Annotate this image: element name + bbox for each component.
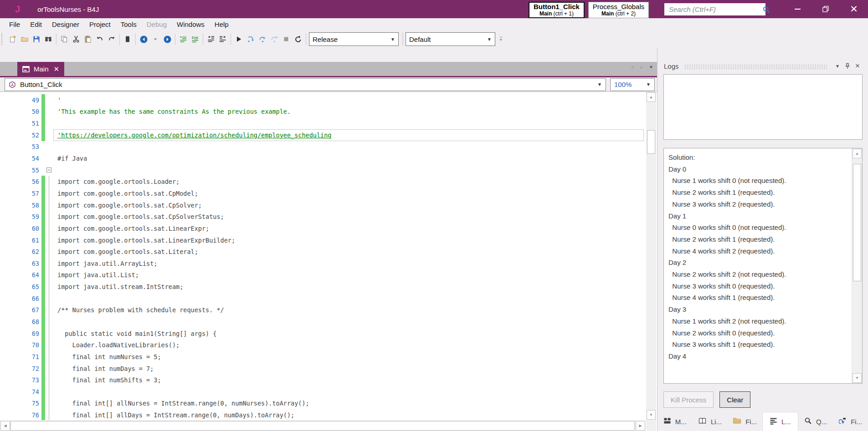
log-output-box[interactable]: [663, 74, 863, 140]
line-number[interactable]: 65: [0, 281, 41, 293]
panel-drag-handle[interactable]: [684, 64, 827, 70]
bookmark-icon[interactable]: [122, 33, 134, 45]
restore-button[interactable]: [812, 0, 840, 18]
menu-windows[interactable]: Windows: [172, 20, 210, 29]
line-number[interactable]: 73: [0, 374, 41, 386]
line-number[interactable]: 76: [0, 409, 41, 420]
line-number[interactable]: 60: [0, 223, 41, 234]
line-number[interactable]: 55: [0, 164, 41, 176]
indent-icon[interactable]: [217, 33, 229, 45]
search-input[interactable]: [664, 5, 762, 13]
zoom-level-combo[interactable]: 100% ▼: [610, 78, 655, 91]
line-number[interactable]: 53: [0, 141, 41, 153]
line-number[interactable]: 68: [0, 316, 41, 328]
line-number[interactable]: 52: [0, 129, 41, 141]
rebuild-icon[interactable]: [292, 33, 304, 45]
minimize-button[interactable]: [783, 0, 812, 18]
clear-button[interactable]: Clear: [719, 391, 750, 408]
scroll-left-icon[interactable]: ◀: [0, 421, 10, 431]
scroll-right-icon[interactable]: ▶: [636, 421, 645, 431]
step-into-icon[interactable]: [245, 33, 257, 45]
tab-modules[interactable]: M...: [657, 412, 693, 431]
quick-tab-button1_click[interactable]: Button1_ClickMain (ctrl + 1): [529, 2, 585, 18]
line-number[interactable]: 59: [0, 211, 41, 223]
close-button[interactable]: ✕: [840, 0, 868, 18]
code-area[interactable]: 49'50'This example has the same constrai…: [0, 92, 646, 420]
back-menu-icon[interactable]: [149, 33, 161, 45]
line-number[interactable]: 54: [0, 152, 41, 164]
forward-icon[interactable]: [161, 33, 173, 45]
toolbar-overflow-button[interactable]: ▾: [500, 37, 502, 42]
tab-main[interactable]: Main ✕: [17, 62, 64, 76]
line-number[interactable]: 56: [0, 176, 41, 188]
line-number[interactable]: 71: [0, 351, 41, 363]
paste-icon[interactable]: [82, 33, 94, 45]
menu-debug[interactable]: Debug: [142, 20, 172, 29]
scroll-up-icon[interactable]: ▲: [647, 92, 656, 102]
menu-designer[interactable]: Designer: [47, 20, 84, 29]
tab-quick-search[interactable]: Q...: [798, 412, 833, 431]
sub-selector-combo[interactable]: Button1_Click ▼: [5, 78, 606, 91]
copy-icon[interactable]: [58, 33, 70, 45]
save-icon[interactable]: [31, 33, 42, 45]
quick-tab-process_globals[interactable]: Process_GlobalsMain (ctrl + 2): [588, 2, 649, 18]
line-number[interactable]: 51: [0, 117, 41, 129]
pin-icon[interactable]: [842, 63, 853, 69]
vertical-scroll-thumb[interactable]: [853, 164, 861, 281]
outdent-icon[interactable]: [205, 33, 217, 45]
line-number[interactable]: 57: [0, 188, 41, 199]
tab-find-references[interactable]: Fi...: [833, 412, 868, 431]
line-number[interactable]: 74: [0, 386, 41, 398]
line-number[interactable]: 70: [0, 339, 41, 351]
undo-icon[interactable]: [94, 33, 106, 45]
line-number[interactable]: 72: [0, 363, 41, 375]
line-number[interactable]: 75: [0, 398, 41, 410]
uncomment-icon[interactable]: [189, 33, 201, 45]
step-over-icon[interactable]: [257, 33, 268, 45]
scroll-up-icon[interactable]: ▲: [853, 149, 862, 158]
menu-file[interactable]: File: [4, 20, 25, 29]
menu-help[interactable]: Help: [210, 20, 234, 29]
redo-icon[interactable]: [106, 33, 118, 45]
chevron-down-icon[interactable]: ▾: [832, 63, 842, 69]
kill-process-button[interactable]: Kill Process: [663, 391, 714, 408]
scroll-down-icon[interactable]: ▼: [853, 373, 862, 383]
cut-icon[interactable]: [70, 33, 82, 45]
toolbar-grip-handle[interactable]: [1, 33, 7, 45]
close-tab-icon[interactable]: ✕: [54, 65, 60, 73]
line-number[interactable]: 49: [0, 94, 41, 106]
vertical-scroll-thumb[interactable]: [647, 130, 655, 154]
line-number[interactable]: 64: [0, 269, 41, 281]
tab-libraries[interactable]: Li...: [693, 412, 728, 431]
line-number[interactable]: 66: [0, 293, 41, 304]
line-number[interactable]: 62: [0, 246, 41, 258]
menu-edit[interactable]: Edit: [25, 20, 47, 29]
editor-horizontal-scrollbar[interactable]: ◀ ▶: [0, 420, 646, 431]
search-icon[interactable]: [762, 5, 770, 14]
scroll-down-icon[interactable]: ▼: [647, 410, 656, 420]
find-icon[interactable]: [42, 33, 54, 45]
log-solution-box[interactable]: Solution:Day 0 Nurse 1 works shift 0 (no…: [663, 148, 863, 384]
fold-collapse-icon[interactable]: [45, 164, 53, 176]
horizontal-scroll-thumb[interactable]: [10, 421, 635, 431]
build-configuration-select[interactable]: Release ▼: [309, 32, 399, 46]
tab-files[interactable]: Fi...: [727, 412, 762, 431]
back-icon[interactable]: [138, 33, 149, 45]
line-number[interactable]: 61: [0, 234, 41, 246]
line-number[interactable]: 58: [0, 199, 41, 211]
ui-configuration-select[interactable]: Default ▼: [406, 32, 495, 46]
line-number[interactable]: 50: [0, 106, 41, 118]
stop-icon[interactable]: [280, 33, 292, 45]
line-number[interactable]: 69: [0, 328, 41, 340]
scroll-tabs-left-icon[interactable]: ◂: [631, 64, 633, 70]
editor-vertical-scrollbar[interactable]: ▲ ▼: [646, 92, 656, 420]
menu-project[interactable]: Project: [84, 20, 116, 29]
new-module-icon[interactable]: [7, 33, 19, 45]
logs-vertical-scrollbar[interactable]: ▲ ▼: [852, 148, 862, 383]
menu-tools[interactable]: Tools: [116, 20, 142, 29]
tab-list-menu-icon[interactable]: ▾: [650, 64, 652, 70]
line-number[interactable]: 63: [0, 258, 41, 269]
line-number[interactable]: 67: [0, 304, 41, 316]
run-icon[interactable]: [233, 33, 245, 45]
scroll-tabs-right-icon[interactable]: ▸: [640, 64, 643, 70]
